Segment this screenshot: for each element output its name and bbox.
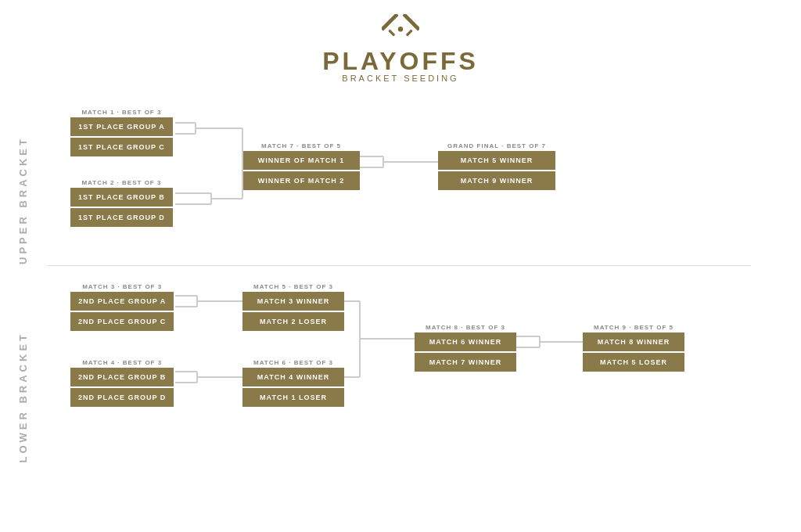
- svg-rect-0: [382, 14, 399, 31]
- svg-rect-1: [388, 29, 395, 36]
- swords-icon: [382, 14, 419, 45]
- grand-final-team1: MATCH 5 WINNER: [438, 151, 555, 170]
- match7-team2: WINNER OF MATCH 2: [242, 171, 360, 190]
- divider: [47, 265, 751, 266]
- match3-team1: 2ND PLACE GROUP A: [70, 292, 174, 311]
- match3-team2: 2ND PLACE GROUP C: [70, 312, 174, 331]
- match8-group: MATCH 8 · BEST OF 3 MATCH 6 WINNER MATCH…: [415, 324, 516, 372]
- grand-final-group: GRAND FINAL · BEST OF 7 MATCH 5 WINNER M…: [438, 142, 555, 190]
- match4-label: MATCH 4 · BEST OF 3: [70, 359, 174, 366]
- match4-team2: 2ND PLACE GROUP D: [70, 388, 174, 407]
- match8-team1: MATCH 6 WINNER: [415, 332, 516, 351]
- match9-label: MATCH 9 · BEST OF 5: [583, 324, 684, 331]
- match1-team2: 1ST PLACE GROUP C: [70, 138, 173, 156]
- match7-group: MATCH 7 · BEST OF 5 WINNER OF MATCH 1 WI…: [242, 142, 360, 190]
- match4-group: MATCH 4 · BEST OF 3 2ND PLACE GROUP B 2N…: [70, 359, 174, 407]
- match2-team1: 1ST PLACE GROUP B: [70, 188, 173, 207]
- match9-team1: MATCH 8 WINNER: [583, 332, 684, 351]
- upper-bracket-label: UPPER BRACKET: [17, 136, 29, 264]
- bracket-container: UPPER BRACKET MATCH 1 · BEST OF 3 1ST PL…: [0, 89, 801, 527]
- match6-team1: MATCH 4 WINNER: [242, 368, 344, 386]
- svg-point-4: [398, 27, 403, 31]
- match3-group: MATCH 3 · BEST OF 3 2ND PLACE GROUP A 2N…: [70, 283, 174, 331]
- match9-team2: MATCH 5 LOSER: [583, 353, 684, 372]
- lower-bracket-label: LOWER BRACKET: [17, 332, 29, 463]
- match2-label: MATCH 2 · BEST OF 3: [70, 179, 173, 186]
- grand-final-label: GRAND FINAL · BEST OF 7: [438, 142, 555, 149]
- match2-group: MATCH 2 · BEST OF 3 1ST PLACE GROUP B 1S…: [70, 179, 173, 227]
- match2-team2: 1ST PLACE GROUP D: [70, 208, 173, 227]
- playoffs-subtitle: BRACKET SEEDING: [342, 74, 458, 83]
- match5-label: MATCH 5 · BEST OF 3: [242, 283, 344, 290]
- match5-group: MATCH 5 · BEST OF 3 MATCH 3 WINNER MATCH…: [242, 283, 344, 331]
- svg-rect-2: [402, 14, 419, 31]
- match6-team2: MATCH 1 LOSER: [242, 388, 344, 407]
- grand-final-team2: MATCH 9 WINNER: [438, 171, 555, 190]
- svg-rect-3: [406, 29, 413, 36]
- match7-label: MATCH 7 · BEST OF 5: [242, 142, 360, 149]
- match1-team1: 1ST PLACE GROUP A: [70, 117, 173, 136]
- header: PLAYOFFS BRACKET SEEDING: [0, 0, 801, 89]
- playoffs-title: PLAYOFFS: [322, 49, 479, 74]
- match5-team1: MATCH 3 WINNER: [242, 292, 344, 311]
- match1-group: MATCH 1 · BEST OF 3 1ST PLACE GROUP A 1S…: [70, 109, 173, 156]
- match9-group: MATCH 9 · BEST OF 5 MATCH 8 WINNER MATCH…: [583, 324, 684, 372]
- match7-team1: WINNER OF MATCH 1: [242, 151, 360, 170]
- match3-label: MATCH 3 · BEST OF 3: [70, 283, 174, 290]
- match8-team2: MATCH 7 WINNER: [415, 353, 516, 372]
- page-wrapper: PLAYOFFS BRACKET SEEDING UPPER BRACKET M…: [0, 0, 801, 532]
- match1-label: MATCH 1 · BEST OF 3: [70, 109, 173, 116]
- match4-team1: 2ND PLACE GROUP B: [70, 368, 174, 386]
- match6-group: MATCH 6 · BEST OF 3 MATCH 4 WINNER MATCH…: [242, 359, 344, 407]
- match5-team2: MATCH 2 LOSER: [242, 312, 344, 331]
- match6-label: MATCH 6 · BEST OF 3: [242, 359, 344, 366]
- match8-label: MATCH 8 · BEST OF 3: [415, 324, 516, 331]
